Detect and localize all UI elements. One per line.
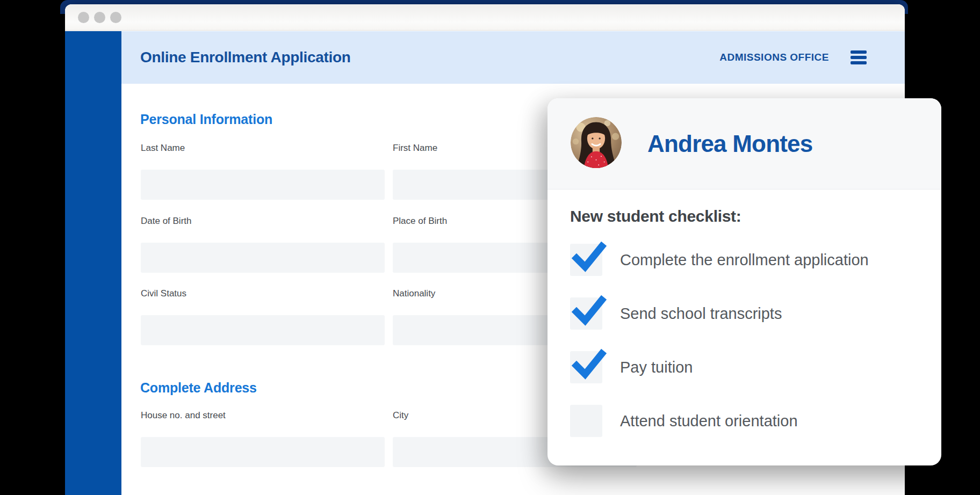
student-name: Andrea Montes [647, 130, 812, 157]
checkbox-enrollment-application[interactable] [570, 244, 602, 276]
checklist-item-tuition: Pay tuition [570, 351, 693, 383]
window-control-dot-1[interactable] [78, 12, 89, 23]
browser-titlebar [65, 4, 905, 31]
house-street-label: House no. and street [141, 410, 385, 421]
date-of-birth-input[interactable] [141, 243, 385, 273]
avatar-portrait-image [571, 117, 622, 168]
hamburger-menu-icon[interactable] [851, 50, 867, 64]
window-control-dot-3[interactable] [110, 12, 121, 23]
app-header-right: ADMISSIONS OFFICE [719, 50, 867, 64]
date-of-birth-label: Date of Birth [141, 216, 385, 227]
left-sidebar [65, 31, 121, 495]
checkbox-transcripts[interactable] [570, 297, 602, 330]
house-street-input[interactable] [141, 437, 385, 467]
field-civil-status: Civil Status [141, 288, 385, 345]
field-last-name: Last Name [141, 143, 385, 200]
screenshot-stage: Online Enrollment Application ADMISSIONS… [0, 0, 980, 495]
checklist-item-enrollment-application: Complete the enrollment application [570, 244, 869, 276]
field-date-of-birth: Date of Birth [141, 216, 385, 273]
section-heading-complete-address: Complete Address [140, 380, 257, 396]
checkmark-icon [571, 239, 607, 274]
last-name-input[interactable] [141, 170, 385, 200]
last-name-label: Last Name [141, 143, 385, 154]
civil-status-input[interactable] [141, 315, 385, 345]
app-header: Online Enrollment Application ADMISSIONS… [121, 31, 905, 84]
checkmark-icon [571, 293, 607, 328]
admissions-office-link[interactable]: ADMISSIONS OFFICE [719, 52, 829, 63]
checkbox-orientation[interactable] [570, 405, 602, 437]
field-house-street: House no. and street [141, 410, 385, 467]
student-card-header: Andrea Montes [547, 98, 941, 190]
checklist-item-label: Pay tuition [620, 359, 693, 376]
student-avatar [571, 117, 622, 168]
checklist-title: New student checklist: [570, 207, 741, 225]
checklist-item-transcripts: Send school transcripts [570, 297, 782, 330]
checklist-item-label: Attend student orientation [620, 412, 798, 430]
checklist-item-label: Send school transcripts [620, 305, 782, 323]
section-heading-personal-information: Personal Information [140, 112, 272, 127]
civil-status-label: Civil Status [141, 288, 385, 299]
window-control-dot-2[interactable] [94, 12, 105, 23]
checkbox-tuition[interactable] [570, 351, 602, 383]
page-title: Online Enrollment Application [140, 49, 351, 66]
checklist-item-orientation: Attend student orientation [570, 405, 798, 437]
checkmark-icon [571, 346, 607, 382]
checklist-item-label: Complete the enrollment application [620, 251, 869, 269]
student-checklist-card: Andrea Montes New student checklist: Com… [547, 98, 941, 465]
